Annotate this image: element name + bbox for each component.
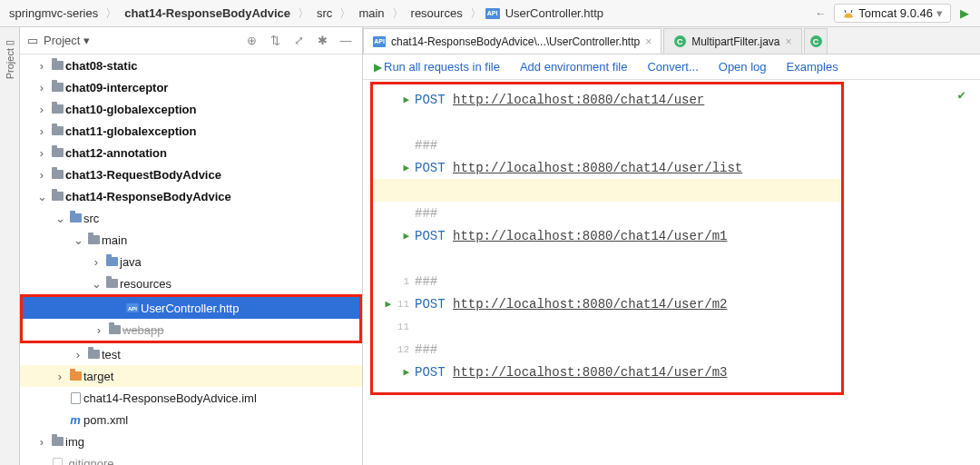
crumb-resources[interactable]: resources [407, 5, 466, 22]
add-env-link[interactable]: Add environment file [520, 60, 628, 74]
chevron-right-icon: 〉 [103, 5, 119, 22]
tree-node-main[interactable]: ⌄main [20, 229, 362, 251]
http-method: POST [415, 229, 446, 243]
editor-tabs: API chat14-ResponseBodyAdvice\...\UserCo… [363, 27, 980, 54]
locate-icon[interactable]: ⊕ [242, 34, 260, 47]
tree-node-chat09[interactable]: ›chat09-interceptor [20, 76, 362, 98]
line-number: 1 [403, 276, 409, 287]
crumb-module[interactable]: chat14-ResponseBodyAdvice [121, 5, 294, 22]
http-toolbar: ▶Run all requests in file Add environmen… [363, 54, 980, 80]
http-method: POST [415, 93, 446, 107]
http-url: http://localhost:8080/chat14/user [453, 93, 704, 107]
java-class-icon: C [673, 35, 686, 48]
examples-link[interactable]: Examples [787, 60, 838, 74]
highlight-annotation: APIUserController.http ›webapp [20, 294, 362, 343]
close-icon[interactable]: × [645, 35, 652, 48]
http-url: http://localhost:8080/chat14/user/m2 [453, 297, 727, 312]
tab-multipartfilter[interactable]: C MultipartFilter.java × [663, 28, 801, 54]
tree-node-target[interactable]: ›target [20, 365, 362, 387]
project-tool-icon: ▭ [5, 36, 15, 48]
run-request-icon[interactable]: ▶ [386, 298, 392, 310]
request-separator: ### [415, 138, 437, 153]
crumb-file[interactable]: UserController.http [502, 5, 607, 22]
tree-node-iml[interactable]: chat14-ResponseBodyAdvice.iml [20, 387, 362, 409]
line-number: 12 [397, 344, 409, 355]
tree-node-chat13[interactable]: ›chat13-RequestBodyAdvice [20, 163, 362, 185]
run-request-icon[interactable]: ▶ [403, 94, 409, 105]
tree-node-usercontroller[interactable]: APIUserController.http [23, 297, 359, 319]
project-tool-label: Project [5, 48, 15, 79]
chevron-right-icon: 〉 [468, 5, 484, 22]
http-method: POST [415, 161, 446, 175]
tree-node-img[interactable]: ›img [20, 430, 362, 452]
request-separator: ### [415, 206, 437, 221]
code-editor[interactable]: ✔ ▶ POST http://localhost:8080/chat14/us… [363, 80, 980, 465]
http-request-line[interactable]: POST http://localhost:8080/chat14/user [373, 88, 841, 111]
tool-window-stripe[interactable]: ▭ Project [0, 27, 20, 465]
tree-node-chat12[interactable]: ›chat12-annotation [20, 142, 362, 163]
request-separator: ### [415, 274, 437, 289]
project-header: ▭ Project ▾ ⊕ ⇅ ⤢ ✱ — [20, 27, 362, 54]
tab-overflow[interactable]: C [804, 28, 828, 54]
tree-node-chat14[interactable]: ⌄chat14-ResponseBodyAdvice [20, 185, 362, 207]
tomcat-icon [842, 7, 855, 20]
open-log-link[interactable]: Open log [719, 60, 767, 74]
top-toolbar: springmvc-series 〉 chat14-ResponseBodyAd… [0, 0, 980, 27]
tab-label: chat14-ResponseBodyAdvice\...\UserContro… [391, 35, 640, 48]
chevron-right-icon: 〉 [296, 5, 311, 22]
http-url: http://localhost:8080/chat14/user/m3 [453, 365, 727, 380]
http-url: http://localhost:8080/chat14/user/m1 [453, 229, 727, 243]
tab-label: MultipartFilter.java [691, 35, 779, 48]
tab-usercontroller[interactable]: API chat14-ResponseBodyAdvice\...\UserCo… [363, 28, 662, 54]
http-request-line[interactable]: POST http://localhost:8080/chat14/user/m… [373, 224, 841, 247]
tree-node-chat10[interactable]: ›chat10-globalexception [20, 98, 362, 120]
tree-node-chat08[interactable]: ›chat08-static [20, 54, 362, 76]
run-config-label: Tomcat 9.0.46 [858, 6, 933, 20]
crumb-src[interactable]: src [313, 5, 336, 22]
tree-node-gitignore[interactable]: .gitignore [20, 452, 362, 465]
tree-node-webapp[interactable]: ›webapp [23, 319, 359, 341]
project-tree[interactable]: ›chat08-static ›chat09-interceptor ›chat… [20, 54, 362, 465]
tree-node-resources[interactable]: ⌄resources [20, 272, 362, 294]
chevron-right-icon: 〉 [390, 5, 406, 22]
highlight-annotation: ▶ POST http://localhost:8080/chat14/user… [370, 82, 844, 395]
inspection-ok-icon[interactable]: ✔ [958, 87, 965, 103]
settings-icon[interactable]: ✱ [313, 34, 331, 47]
http-request-line[interactable]: POST http://localhost:8080/chat14/user/m… [373, 292, 841, 315]
http-file-icon: API [373, 35, 386, 48]
play-icon: ▶ [374, 61, 382, 74]
run-config-dropdown[interactable]: Tomcat 9.0.46 ▾ [834, 4, 951, 23]
editor-pane: API chat14-ResponseBodyAdvice\...\UserCo… [363, 27, 980, 465]
tree-node-java[interactable]: ›java [20, 251, 362, 272]
chevron-right-icon: 〉 [338, 5, 353, 22]
run-all-link[interactable]: ▶Run all requests in file [374, 60, 500, 74]
http-request-line[interactable]: POST http://localhost:8080/chat14/user/m… [373, 361, 841, 383]
line-number: 11 [397, 299, 409, 310]
close-icon[interactable]: × [786, 35, 792, 48]
http-method: POST [415, 297, 446, 312]
line-number: 11 [397, 322, 409, 332]
http-method: POST [415, 365, 446, 380]
run-request-icon[interactable]: ▶ [403, 230, 409, 242]
chevron-down-icon: ▾ [936, 6, 943, 20]
crumb-root[interactable]: springmvc-series [5, 5, 102, 22]
convert-link[interactable]: Convert... [647, 60, 698, 74]
run-request-icon[interactable]: ▶ [403, 366, 409, 378]
http-request-line[interactable]: POST http://localhost:8080/chat14/user/l… [373, 156, 841, 179]
crumb-main[interactable]: main [355, 5, 387, 22]
tree-node-pom[interactable]: mpom.xml [20, 409, 362, 430]
run-button[interactable]: ▶ [955, 4, 975, 24]
back-button[interactable]: ← [810, 4, 830, 24]
hide-icon[interactable]: — [337, 34, 355, 47]
tree-node-test[interactable]: ›test [20, 343, 362, 365]
collapse-all-icon[interactable]: ⤢ [289, 34, 308, 47]
request-separator: ### [415, 342, 437, 357]
java-class-icon: C [810, 35, 822, 48]
run-request-icon[interactable]: ▶ [403, 162, 409, 173]
tree-node-src[interactable]: ⌄src [20, 207, 362, 229]
http-url: http://localhost:8080/chat14/user/list [453, 161, 742, 175]
tree-node-chat11[interactable]: ›chat11-globalexception [20, 120, 362, 142]
expand-all-icon[interactable]: ⇅ [266, 34, 284, 47]
breadcrumb: springmvc-series 〉 chat14-ResponseBodyAd… [5, 5, 807, 22]
project-title[interactable]: Project ▾ [44, 34, 237, 47]
